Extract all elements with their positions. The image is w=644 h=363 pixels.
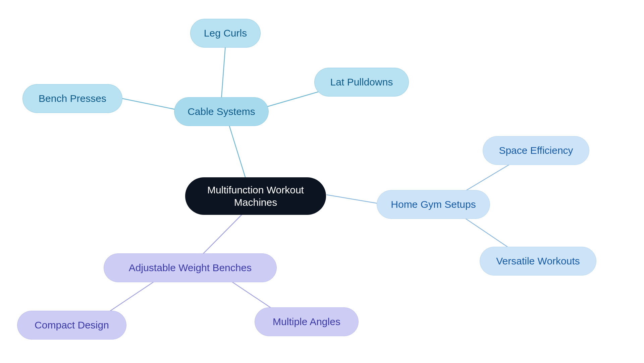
- node-multiple-angles-label: Multiple Angles: [273, 315, 340, 328]
- node-leg-curls-label: Leg Curls: [204, 27, 247, 40]
- node-space-efficiency-label: Space Efficiency: [499, 144, 573, 157]
- node-bench-presses[interactable]: Bench Presses: [22, 84, 122, 113]
- node-home-gym[interactable]: Home Gym Setups: [377, 190, 490, 219]
- node-cable-systems[interactable]: Cable Systems: [174, 97, 269, 126]
- edge-root-homegym: [326, 195, 384, 204]
- node-lat-pulldowns-label: Lat Pulldowns: [330, 76, 393, 88]
- node-multiple-angles[interactable]: Multiple Angles: [255, 307, 359, 336]
- node-adj-benches-label: Adjustable Weight Benches: [129, 261, 252, 274]
- node-cable-systems-label: Cable Systems: [187, 105, 255, 118]
- node-home-gym-label: Home Gym Setups: [391, 198, 476, 211]
- node-root[interactable]: Multifunction Workout Machines: [185, 177, 326, 215]
- edge-cable-bench: [122, 99, 183, 111]
- node-bench-presses-label: Bench Presses: [39, 92, 106, 105]
- node-compact-design[interactable]: Compact Design: [17, 311, 126, 340]
- node-compact-design-label: Compact Design: [35, 319, 109, 331]
- node-leg-curls[interactable]: Leg Curls: [190, 19, 261, 48]
- node-root-label: Multifunction Workout Machines: [207, 184, 304, 209]
- edge-cable-legcurls: [221, 46, 225, 99]
- node-adj-benches[interactable]: Adjustable Weight Benches: [104, 253, 277, 282]
- node-lat-pulldowns[interactable]: Lat Pulldowns: [314, 68, 409, 97]
- node-space-efficiency[interactable]: Space Efficiency: [483, 136, 589, 165]
- node-versatile-workouts[interactable]: Versatile Workouts: [480, 247, 596, 276]
- mindmap-canvas: Multifunction Workout Machines Cable Sys…: [0, 0, 644, 363]
- node-versatile-workouts-label: Versatile Workouts: [496, 255, 580, 267]
